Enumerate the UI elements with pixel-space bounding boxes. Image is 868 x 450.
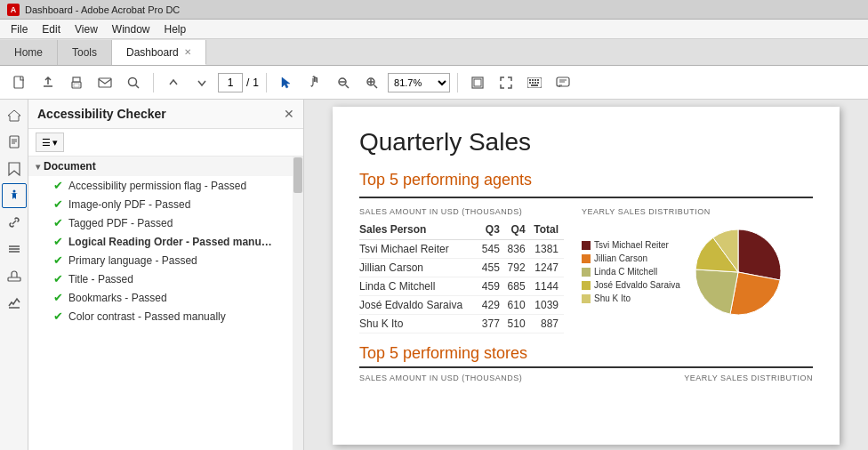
legend-color bbox=[582, 254, 591, 263]
menu-file[interactable]: File bbox=[4, 21, 35, 37]
zoom-in-button[interactable] bbox=[359, 70, 384, 95]
tab-tools[interactable]: Tools bbox=[58, 40, 112, 65]
section1-table: Sales Person Q3 Q4 Total Tsvi Michael Re… bbox=[359, 221, 564, 333]
svg-rect-25 bbox=[537, 82, 539, 84]
list-item[interactable]: ✔ Image-only PDF - Passed bbox=[46, 195, 303, 213]
pie-slice bbox=[695, 269, 738, 314]
sidebar-icon-layers[interactable] bbox=[2, 237, 27, 261]
pdf-main-title: Quarterly Sales bbox=[359, 128, 813, 157]
search-button[interactable] bbox=[121, 70, 146, 95]
svg-rect-23 bbox=[532, 82, 534, 84]
print-button[interactable] bbox=[64, 70, 89, 95]
section1-table-label: SALES AMOUNT IN USD (THOUSANDS) bbox=[359, 207, 564, 216]
svg-rect-0 bbox=[14, 76, 23, 88]
tab-home[interactable]: Home bbox=[0, 40, 58, 65]
cell-total: 887 bbox=[531, 315, 564, 333]
list-item[interactable]: ✔ Accessibility permission flag - Passed bbox=[46, 176, 303, 195]
svg-point-36 bbox=[12, 190, 15, 193]
menu-bar: File Edit View Window Help bbox=[0, 20, 868, 39]
check-icon-3: ✔ bbox=[53, 235, 63, 248]
sidebar-icon-link[interactable] bbox=[2, 210, 27, 235]
check-icon-6: ✔ bbox=[53, 291, 63, 304]
sidebar-icon-create[interactable] bbox=[2, 130, 27, 155]
cell-q3: 545 bbox=[479, 240, 505, 259]
section2-chart-label: YEARLY SALES DISTRIBUTION bbox=[684, 374, 813, 382]
document-tree-item[interactable]: ▾ Document bbox=[28, 157, 303, 176]
tab-dashboard[interactable]: Dashboard ✕ bbox=[112, 40, 206, 65]
list-item[interactable]: ✔ Title - Passed bbox=[46, 269, 303, 288]
page-separator: / bbox=[246, 76, 249, 89]
scroll-track[interactable] bbox=[293, 157, 303, 450]
scroll-thumb[interactable] bbox=[293, 157, 302, 193]
keyboard-button[interactable] bbox=[522, 70, 547, 95]
table-row: Shu K Ito377510887 bbox=[359, 315, 564, 333]
item-label-7: Color contrast - Passed manually bbox=[68, 310, 226, 323]
zoom-out-button[interactable] bbox=[331, 70, 356, 95]
legend-label: Tsvi Michael Reiter bbox=[594, 240, 669, 250]
cell-q4: 510 bbox=[505, 315, 531, 333]
tab-close-icon[interactable]: ✕ bbox=[184, 47, 191, 57]
item-label-2: Tagged PDF - Passed bbox=[68, 217, 173, 229]
email-button[interactable] bbox=[92, 70, 117, 95]
sidebar-icon-bookmark[interactable] bbox=[2, 157, 27, 181]
sidebar-icon-accessibility[interactable] bbox=[2, 183, 27, 208]
main-layout: Accessibility Checker ✕ ☰ ▾ ▾ Document ✔… bbox=[0, 100, 868, 450]
cell-name: Shu K Ito bbox=[359, 315, 479, 333]
select-tool-button[interactable] bbox=[274, 70, 299, 95]
menu-window[interactable]: Window bbox=[105, 21, 157, 37]
tab-tools-label: Tools bbox=[72, 46, 97, 59]
panel-close-button[interactable]: ✕ bbox=[284, 107, 294, 121]
zoom-select[interactable]: 81.7% 100% 150% 200% bbox=[388, 73, 450, 92]
cell-q3: 455 bbox=[479, 259, 505, 277]
document-label: Document bbox=[44, 160, 96, 173]
main-toolbar: / 1 81.7% 100% 150% 200% bbox=[0, 66, 868, 100]
menu-view[interactable]: View bbox=[68, 21, 105, 37]
list-item[interactable]: ✔ Bookmarks - Passed bbox=[46, 288, 303, 307]
title-bar: A Dashboard - Adobe Acrobat Pro DC bbox=[0, 0, 868, 20]
sidebar-icon-stamp[interactable] bbox=[2, 263, 27, 288]
options-icon: ☰ bbox=[42, 137, 51, 149]
item-label-1: Image-only PDF - Passed bbox=[68, 198, 190, 211]
current-page-input[interactable] bbox=[218, 73, 243, 92]
list-item[interactable]: ✔ Tagged PDF - Passed bbox=[46, 213, 303, 232]
cell-q3: 377 bbox=[479, 315, 505, 333]
list-item[interactable]: ✔ Primary language - Passed bbox=[46, 251, 303, 269]
prev-page-button[interactable] bbox=[161, 70, 186, 95]
svg-marker-30 bbox=[8, 110, 20, 121]
table-row: Linda C Mitchell4596851144 bbox=[359, 277, 564, 296]
svg-rect-20 bbox=[534, 79, 536, 81]
list-item[interactable]: ✔ Logical Reading Order - Passed manu… bbox=[46, 232, 303, 251]
upload-button[interactable] bbox=[36, 70, 60, 95]
fit-page-button[interactable] bbox=[465, 70, 490, 95]
section1-content: SALES AMOUNT IN USD (THOUSANDS) Sales Pe… bbox=[359, 207, 813, 333]
cell-name: Jillian Carson bbox=[359, 259, 479, 277]
item-label-3: Logical Reading Order - Passed manu… bbox=[68, 236, 272, 248]
panel-options-button[interactable]: ☰ ▾ bbox=[36, 133, 64, 152]
sidebar-icon-sign[interactable] bbox=[2, 290, 27, 315]
tree-children: ✔ Accessibility permission flag - Passed… bbox=[46, 176, 303, 325]
list-item[interactable]: ✔ Color contrast - Passed manually bbox=[46, 307, 303, 325]
check-icon-7: ✔ bbox=[53, 309, 63, 323]
panel-content: ▾ Document ✔ Accessibility permission fl… bbox=[28, 157, 303, 450]
menu-edit[interactable]: Edit bbox=[35, 21, 68, 37]
next-page-button[interactable] bbox=[189, 70, 214, 95]
toolbar-sep-1 bbox=[153, 73, 154, 92]
sidebar-icon-home[interactable] bbox=[2, 103, 27, 128]
new-doc-button[interactable] bbox=[7, 70, 32, 95]
svg-rect-26 bbox=[531, 84, 538, 86]
expand-button[interactable] bbox=[494, 70, 518, 95]
comment-button[interactable] bbox=[551, 70, 575, 95]
legend-label: José Edvaldo Saraiva bbox=[594, 280, 680, 290]
cell-total: 1039 bbox=[531, 296, 564, 315]
section2-title: Top 5 performing stores bbox=[359, 344, 813, 363]
legend-item: Linda C Mitchell bbox=[582, 267, 680, 277]
section1-table-section: SALES AMOUNT IN USD (THOUSANDS) Sales Pe… bbox=[359, 207, 564, 333]
svg-line-6 bbox=[136, 84, 140, 88]
menu-help[interactable]: Help bbox=[157, 21, 194, 37]
col-header-name: Sales Person bbox=[359, 221, 479, 240]
legend-item: Shu K Ito bbox=[582, 293, 680, 303]
legend-color bbox=[582, 241, 591, 250]
panel-title: Accessibility Checker bbox=[37, 107, 166, 121]
hand-tool-button[interactable] bbox=[302, 70, 327, 95]
toolbar-sep-3 bbox=[457, 73, 458, 92]
